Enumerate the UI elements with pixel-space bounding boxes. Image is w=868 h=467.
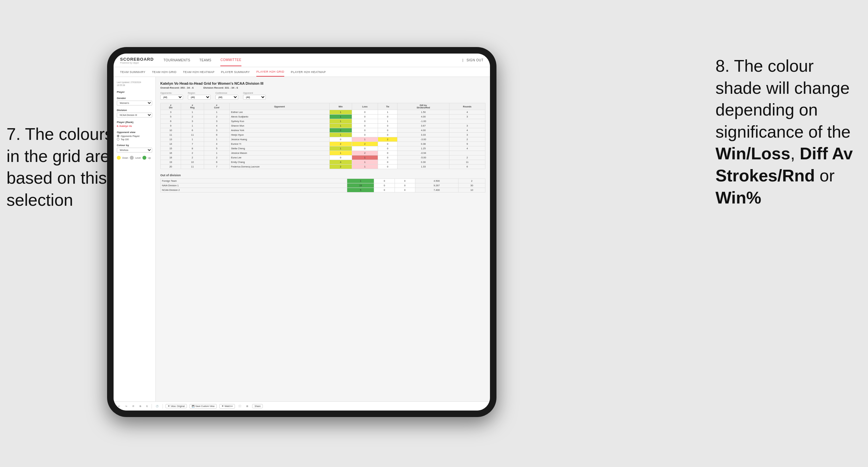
expand-btn[interactable]: ⛶ xyxy=(238,404,242,408)
cell-diff-3: 3.67 xyxy=(398,124,449,128)
filter-region-select[interactable]: (All) xyxy=(188,95,211,100)
header-right: | Sign out xyxy=(462,55,484,66)
cell-rounds-1: 3 xyxy=(449,115,485,119)
col-loss: Loss xyxy=(352,103,378,110)
ood-rounds-1: 30 xyxy=(458,183,485,188)
share-btn[interactable]: Share xyxy=(252,404,263,408)
sub-nav-player-h2h-grid[interactable]: PLAYER H2H GRID xyxy=(256,67,284,76)
cell-diff-8: 1.25 xyxy=(398,146,449,151)
table-row: 20 11 7 Federica Domecq Lacroze 2 1 0 1.… xyxy=(161,164,486,169)
sidebar-player-rank-section: Player (Rank) 8. Katelyn Vo xyxy=(117,121,152,128)
watch-btn[interactable]: 👁 Watch ▾ xyxy=(219,404,235,409)
overall-record: Overall Record: 353 - 34 - 6 xyxy=(160,86,194,89)
table-row: 6 3 3 Sydney Kuo 1 0 1 -1.00 xyxy=(161,119,486,124)
legend-up-label: Up xyxy=(148,157,151,159)
grid-btn[interactable]: ⊞ xyxy=(245,404,250,408)
cell-conf-1: 2 xyxy=(204,115,229,119)
cell-diff-6: -3.00 xyxy=(398,137,449,142)
table-row: 10 6 3 Andrea York 2 0 0 4.00 4 xyxy=(161,128,486,133)
nav-committee[interactable]: COMMITTEE xyxy=(220,54,241,66)
sign-out-link[interactable]: Sign out xyxy=(467,55,484,66)
main-data-table: #Div #Reg #Conf Opponent Win Loss Tie Di… xyxy=(160,103,486,169)
cell-conf-4: 3 xyxy=(204,128,229,133)
clock-btn[interactable]: 🕐 xyxy=(154,404,160,408)
sidebar-division-section: Division NCAA Division III xyxy=(117,109,152,118)
cell-conf-6: 1 xyxy=(204,137,229,142)
cell-div-4: 10 xyxy=(161,128,181,133)
table-row: 13 1 1 Jessica Huang 0 1 2 -3.00 2 xyxy=(161,137,486,142)
cell-div-6: 13 xyxy=(161,137,181,142)
cell-opponent-12: Federica Domecq Lacroze xyxy=(229,164,329,169)
table-row: 5 2 2 Alexis Sudjianto 1 0 0 4.00 3 xyxy=(161,115,486,119)
cell-opponent-6: Jessica Huang xyxy=(229,137,329,142)
paste-btn[interactable]: ⎘ xyxy=(145,404,149,408)
cell-rounds-5: 3 xyxy=(449,133,485,137)
sidebar-player-rank-value: 8. Katelyn Vo xyxy=(117,125,152,128)
cell-div-2: 6 xyxy=(161,119,181,124)
cell-conf-11: 6 xyxy=(204,160,229,164)
col-conf: #Conf xyxy=(204,103,229,110)
cell-reg-10: 2 xyxy=(181,155,204,160)
col-win: Win xyxy=(329,103,352,110)
table-row: 9 1 4 Sharon Mun 1 0 0 3.67 3 xyxy=(161,124,486,128)
sidebar-player-label: Player xyxy=(117,91,152,93)
sidebar-player-rank-label: Player (Rank) xyxy=(117,121,152,124)
redo-btn[interactable]: ↪ xyxy=(124,404,128,408)
tablet-screen: SCOREBOARD Powered by clippd TOURNAMENTS… xyxy=(114,54,490,410)
main-content: Last Updated: 27/03/2024 16:55:38 Player… xyxy=(114,77,490,401)
sub-nav-team-h2h-heatmap[interactable]: TEAM H2H HEATMAP xyxy=(183,68,215,76)
table-row: 15 8 5 Stella Cheng 1 0 0 1.25 4 xyxy=(161,146,486,151)
cell-tie-10: 0 xyxy=(378,155,398,160)
cell-loss-2: 0 xyxy=(352,119,378,124)
copy-btn[interactable]: ⧉ xyxy=(138,404,143,408)
cell-diff-12: 1.33 xyxy=(398,164,449,169)
annotation-right-prefix: 8. The colour shade will change dependin… xyxy=(715,57,850,141)
nav-teams[interactable]: TEAMS xyxy=(199,55,211,66)
ood-rounds-0: 2 xyxy=(458,179,485,183)
cell-tie-8: 0 xyxy=(378,146,398,151)
tablet: SCOREBOARD Powered by clippd TOURNAMENTS… xyxy=(107,47,496,417)
filter-opponent-select[interactable]: (All) xyxy=(243,95,266,100)
cell-reg-9: 2 xyxy=(181,151,204,155)
cell-rounds-9 xyxy=(449,151,485,155)
sub-nav-team-h2h-grid[interactable]: TEAM H2H GRID xyxy=(152,68,177,76)
toolbar: ↩ ↪ ⟳ ⧉ ⎘ 🕐 👁 View: Original 💾 Save Cust… xyxy=(114,401,490,410)
cell-div-12: 20 xyxy=(161,164,181,169)
cell-opponent-7: Eunice Yi xyxy=(229,142,329,146)
radio-top100[interactable]: Top 100 xyxy=(117,138,152,141)
division-select[interactable]: NCAA Division III xyxy=(117,113,152,118)
sub-nav: TEAM SUMMARY TEAM H2H GRID TEAM H2H HEAT… xyxy=(114,67,490,77)
save-custom-btn[interactable]: 💾 Save Custom View xyxy=(189,404,217,409)
cell-win-0: 1 xyxy=(329,110,352,115)
filter-conference-select[interactable]: (All) xyxy=(215,95,238,100)
sidebar-player-section: Player xyxy=(117,91,152,93)
filter-opponents-select[interactable]: (All) xyxy=(160,95,183,100)
filter-region-label: Region xyxy=(188,92,211,94)
sub-nav-player-h2h-heatmap[interactable]: PLAYER H2H HEATMAP xyxy=(291,68,326,76)
sub-nav-player-summary[interactable]: PLAYER SUMMARY xyxy=(221,68,250,76)
cell-div-11: 19 xyxy=(161,160,181,164)
cell-diff-7: 0.38 xyxy=(398,142,449,146)
cell-conf-3: 4 xyxy=(204,124,229,128)
header-separator: | xyxy=(462,58,463,62)
legend-dot-up xyxy=(143,156,146,160)
ood-tie-0: 0 xyxy=(395,179,415,183)
table-header-row: #Div #Reg #Conf Opponent Win Loss Tie Di… xyxy=(161,103,486,110)
gender-select[interactable]: Women's xyxy=(117,101,152,105)
grid-records: Overall Record: 353 - 34 - 6 Division Re… xyxy=(160,86,486,89)
ood-table-row: Foreign Team 1 0 0 4.500 2 xyxy=(161,179,486,183)
cell-loss-12: 1 xyxy=(352,164,378,169)
undo-btn[interactable]: ↩ xyxy=(117,404,121,408)
logo-text: SCOREBOARD xyxy=(120,57,154,62)
cell-win-5: 1 xyxy=(329,133,352,137)
nav-tournaments[interactable]: TOURNAMENTS xyxy=(163,55,190,66)
view-original-btn[interactable]: 👁 View: Original xyxy=(165,404,187,408)
colour-by-select[interactable]: Win/loss xyxy=(117,148,152,153)
table-row: 11 11 6 Heejo Hyun 1 0 0 3.33 3 xyxy=(161,133,486,137)
radio-opponents-played[interactable]: Opponents Played xyxy=(117,135,152,137)
col-rounds: Rounds xyxy=(449,103,485,110)
forward-btn[interactable]: ⟳ xyxy=(131,404,136,408)
cell-diff-4: 4.00 xyxy=(398,128,449,133)
cell-div-9: 16 xyxy=(161,151,181,155)
sub-nav-team-summary[interactable]: TEAM SUMMARY xyxy=(120,68,145,76)
